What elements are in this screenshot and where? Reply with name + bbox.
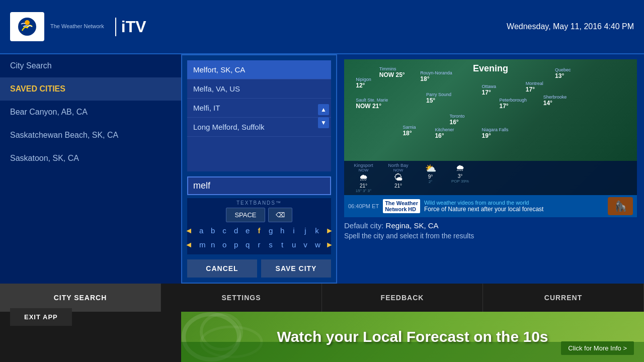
key-b[interactable]: b bbox=[208, 224, 218, 237]
key-u[interactable]: u bbox=[289, 238, 299, 251]
key-j[interactable]: j bbox=[300, 224, 310, 237]
nav-tab-city-search[interactable]: CITY SEARCH bbox=[0, 284, 161, 312]
header: The Weather Network iTV Wednesday, May 1… bbox=[0, 0, 644, 54]
result-item-3[interactable]: Long Melford, Suffolk bbox=[187, 118, 331, 137]
key-i[interactable]: i bbox=[289, 224, 299, 237]
map-city-ottawa: Ottawa 17° bbox=[482, 84, 497, 96]
key-h[interactable]: h bbox=[277, 224, 287, 237]
keyboard-row-2: ◄ m n o p q r s t u v w ► bbox=[188, 238, 330, 251]
key-p[interactable]: p bbox=[231, 238, 241, 251]
map-city-sarnia: Sarnia 18° bbox=[403, 125, 416, 137]
scroll-up-arrow[interactable]: ▲ bbox=[318, 104, 329, 115]
sidebar-item-saved-cities[interactable]: SAVED CITIES bbox=[0, 77, 181, 101]
map-city-toronto: Toronto 16° bbox=[450, 114, 465, 126]
space-key[interactable]: SPACE bbox=[226, 208, 265, 222]
result-item-0[interactable]: Melfort, SK, CA bbox=[187, 60, 331, 79]
logo-network-name: The Weather Network bbox=[50, 23, 104, 30]
backspace-key[interactable]: ⌫ bbox=[268, 208, 292, 222]
key-t[interactable]: t bbox=[277, 238, 287, 251]
key-k[interactable]: k bbox=[312, 224, 322, 237]
city-search-input[interactable]: melf bbox=[187, 176, 331, 195]
forecast-icon-0: 🌧 bbox=[359, 172, 368, 183]
default-city-value: Regina, SK, CA bbox=[386, 221, 439, 230]
search-panel: Melfort, SK, CA Melfa, VA, US Melfi, IT … bbox=[181, 54, 337, 284]
map-title: Evening bbox=[344, 63, 637, 74]
key-n[interactable]: n bbox=[208, 238, 218, 251]
forecast-icon-2: ⛅ bbox=[425, 163, 436, 174]
textbands-label: TEXTBANDS™ bbox=[188, 200, 330, 206]
sidebar: City Search SAVED CITIES Bear Canyon, AB… bbox=[0, 54, 181, 284]
nav-tab-feedback[interactable]: FEEDBACK bbox=[322, 284, 483, 312]
forecast-pop-3: POP 39% bbox=[451, 179, 469, 184]
key-v[interactable]: v bbox=[300, 238, 310, 251]
bottom-area: CITY SEARCH SETTINGS FEEDBACK CURRENT EX… bbox=[0, 284, 644, 362]
logo-box bbox=[10, 12, 44, 41]
forecast-time-0: NOW bbox=[359, 168, 369, 172]
nav-tab-current[interactable]: CURRENT bbox=[483, 284, 644, 312]
key-g[interactable]: g bbox=[266, 224, 276, 237]
forecast-time-1: NOW bbox=[393, 168, 404, 172]
forecast-location-1: North Bay bbox=[388, 163, 408, 168]
ad-row: EXIT APP Watch your Local Forecast on th… bbox=[0, 312, 644, 362]
forecast-temp-3: 3° bbox=[458, 173, 463, 179]
search-results-list: Melfort, SK, CA Melfa, VA, US Melfi, IT … bbox=[187, 60, 331, 171]
ad-click-button[interactable]: Click for More Info > bbox=[561, 341, 634, 355]
scroll-down-arrow[interactable]: ▼ bbox=[318, 117, 329, 128]
ticker-headline: Wild weather videos from around the worl… bbox=[424, 200, 604, 206]
sidebar-item-saskatchewan[interactable]: Saskatchewan Beach, SK, CA bbox=[0, 124, 181, 147]
forecast-temp-2: 9° bbox=[428, 174, 433, 179]
key-s[interactable]: s bbox=[266, 238, 276, 251]
result-item-1[interactable]: Melfa, VA, US bbox=[187, 79, 331, 99]
key-o[interactable]: o bbox=[219, 238, 229, 251]
exit-app-button[interactable]: EXIT APP bbox=[10, 308, 72, 326]
city-info-section: Default city: Regina, SK, CA Spell the c… bbox=[344, 217, 637, 244]
forecast-temp-1: 21° bbox=[394, 183, 402, 189]
forecast-col-1: North Bay NOW 🌤 21° bbox=[382, 163, 415, 193]
forecast-temp-0: 21° bbox=[360, 183, 367, 189]
keyboard-row-1: ◄ a b c d e f g h i j k ► bbox=[188, 224, 330, 237]
forecast-subtemps-0: 15°3°3° bbox=[356, 189, 371, 193]
map-city-parry: Parry Sound 15° bbox=[426, 92, 451, 104]
key-q[interactable]: q bbox=[243, 238, 253, 251]
key-a[interactable]: a bbox=[196, 224, 206, 237]
default-city-label: Default city: bbox=[344, 221, 383, 230]
spell-instruction: Spell the city and select it from the re… bbox=[344, 232, 637, 240]
key-r[interactable]: r bbox=[254, 238, 264, 251]
sidebar-item-city-search[interactable]: City Search bbox=[0, 54, 181, 77]
sidebar-item-bear-canyon[interactable]: Bear Canyon, AB, CA bbox=[0, 101, 181, 124]
result-item-2[interactable]: Melfi, IT bbox=[187, 99, 331, 118]
ad-banner[interactable]: Watch your Local Forecast on the 10s Cli… bbox=[181, 312, 644, 362]
forecast-icon-1: 🌤 bbox=[394, 172, 403, 183]
key-f[interactable]: f bbox=[254, 224, 264, 237]
nav-tab-settings[interactable]: SETTINGS bbox=[161, 284, 322, 312]
map-city-kitchener: Kitchener 16° bbox=[435, 127, 454, 139]
sidebar-item-saskatoon[interactable]: Saskatoon, SK, CA bbox=[0, 147, 181, 170]
forecast-icon-3: 🌧 bbox=[456, 163, 465, 173]
datetime-display: Wednesday, May 11, 2016 4:40 PM bbox=[507, 22, 634, 31]
key-m[interactable]: m bbox=[196, 238, 206, 251]
forecast-strip: Kingsport NOW 🌧 21° 15°3°3° North Bay NO… bbox=[344, 161, 637, 195]
map-city-sault: Sault Ste. Marie NOW 21° bbox=[356, 98, 388, 110]
row1-left-arrow[interactable]: ◄ bbox=[183, 225, 195, 236]
save-city-button[interactable]: SAVE CITY bbox=[261, 259, 331, 278]
ticker-logo: The WeatherNetwork HD bbox=[383, 199, 420, 213]
cancel-button[interactable]: CANCEL bbox=[187, 259, 257, 278]
logo-area: The Weather Network iTV bbox=[10, 12, 146, 41]
key-e[interactable]: e bbox=[243, 224, 253, 237]
forecast-col-2: ⛅ 9° 2° bbox=[417, 163, 444, 193]
map-city-sherbrooke: Sherbrooke 14° bbox=[543, 95, 567, 107]
row2-left-arrow[interactable]: ◄ bbox=[183, 239, 195, 250]
gorilla-ad-icon: 🦍 bbox=[608, 197, 633, 215]
key-w[interactable]: w bbox=[312, 238, 322, 251]
action-buttons: CANCEL SAVE CITY bbox=[187, 259, 331, 278]
row2-right-arrow[interactable]: ► bbox=[324, 239, 336, 250]
keyboard-area: TEXTBANDS™ SPACE ⌫ ◄ a b c d e f g h i j… bbox=[187, 198, 331, 254]
svg-point-1 bbox=[25, 20, 30, 25]
ticker-bar: 06:40PM ET The WeatherNetwork HD Wild we… bbox=[344, 195, 637, 217]
key-c[interactable]: c bbox=[219, 224, 229, 237]
ad-main-text: Watch your Local Forecast on the 10s bbox=[277, 328, 548, 345]
map-city-niagara: Niagara Falls 19° bbox=[482, 127, 509, 139]
key-d[interactable]: d bbox=[231, 224, 241, 237]
scroll-arrows: ▲ ▼ bbox=[318, 60, 329, 171]
row1-right-arrow[interactable]: ► bbox=[324, 225, 336, 236]
